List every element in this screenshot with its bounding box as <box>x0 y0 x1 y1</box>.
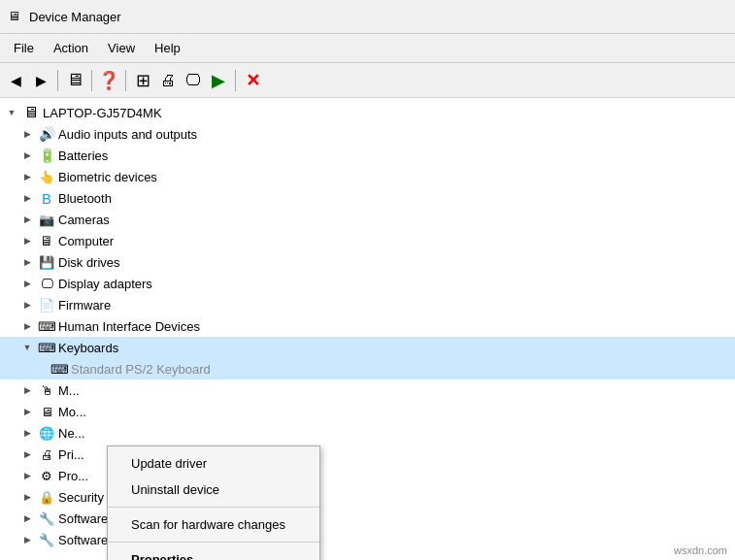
tree-item-sw-components-arrow[interactable]: ▶ <box>19 511 35 526</box>
toolbar-sep-2 <box>91 70 92 91</box>
tree-item-biometric-label: Biometric devices <box>58 170 157 184</box>
toolbar-plug[interactable]: ▶ <box>207 69 230 92</box>
context-menu-sep-2 <box>108 542 319 543</box>
tree-item-keyboards-label: Keyboards <box>58 341 118 355</box>
context-menu-scan[interactable]: Scan for hardware changes <box>108 511 319 538</box>
tree-item-audio-label: Audio inputs and outputs <box>58 127 197 142</box>
toolbar-grid[interactable]: ⊞ <box>131 69 154 92</box>
tree-item-computer-label: Computer <box>58 234 114 248</box>
tree-item-cameras-label: Cameras <box>58 213 110 227</box>
tree-item-monitors-icon: 🖥 <box>38 403 55 420</box>
context-menu-update-driver[interactable]: Update driver <box>108 450 319 477</box>
toolbar-sep-1 <box>57 70 58 91</box>
tree-item-network-icon: 🌐 <box>38 424 55 442</box>
tree-item-sw-components-icon: 🔧 <box>38 510 55 527</box>
tree-item-keyboard-child[interactable]: ⌨ Standard PS/2 Keyboard <box>0 358 735 379</box>
menu-file[interactable]: File <box>4 37 44 59</box>
tree-item-hid-label: Human Interface Devices <box>58 319 200 334</box>
tree-item-mice-icon: 🖱 <box>38 381 55 399</box>
tree-item-batteries[interactable]: ▶ 🔋 Batteries <box>0 145 735 166</box>
tree-item-sw-devices-icon: 🔧 <box>38 531 55 548</box>
tree-item-firmware[interactable]: ▶ 📄 Firmware <box>0 294 735 315</box>
context-menu-properties[interactable]: Properties <box>108 546 319 560</box>
tree-item-bluetooth-arrow[interactable]: ▶ <box>19 190 35 206</box>
tree-item-network-arrow[interactable]: ▶ <box>19 425 35 441</box>
tree-item-display-arrow[interactable]: ▶ <box>19 276 35 291</box>
tree-item-cameras[interactable]: ▶ 📷 Cameras <box>0 209 735 230</box>
context-menu-sep-1 <box>108 507 319 508</box>
tree-item-network[interactable]: ▶ 🌐 Ne... <box>0 422 735 444</box>
tree-item-hid-arrow[interactable]: ▶ <box>19 318 35 334</box>
tree-item-firmware-label: Firmware <box>58 298 111 313</box>
menu-help[interactable]: Help <box>145 37 190 59</box>
toolbar: ◀ ▶ 🖥 ❓ ⊞ 🖨 🖵 ▶ ✕ <box>0 63 735 98</box>
tree-root-icon: 🖥 <box>22 104 40 121</box>
toolbar-help[interactable]: ❓ <box>97 69 120 92</box>
tree-item-mice-arrow[interactable]: ▶ <box>19 382 35 398</box>
tree-item-keyboards-icon: ⌨ <box>38 339 55 356</box>
tree-item-batteries-icon: 🔋 <box>38 147 55 164</box>
toolbar-back[interactable]: ◀ <box>4 69 27 92</box>
tree-item-security-arrow[interactable]: ▶ <box>19 489 35 505</box>
tree-item-print-icon: 🖨 <box>38 445 55 463</box>
tree-item-biometric[interactable]: ▶ 👆 Biometric devices <box>0 166 735 187</box>
tree-item-batteries-label: Batteries <box>58 148 108 163</box>
tree-item-firmware-icon: 📄 <box>38 296 55 313</box>
tree-item-print-label: Pri... <box>58 447 84 462</box>
tree-item-disk[interactable]: ▶ 💾 Disk drives <box>0 251 735 273</box>
toolbar-monitor[interactable]: 🖵 <box>182 69 205 92</box>
title-bar-text: Device Manager <box>29 10 121 24</box>
tree-root[interactable]: ▼ 🖥 LAPTOP-GJ57D4MK <box>0 102 735 123</box>
tree-item-sw-devices-arrow[interactable]: ▶ <box>19 532 35 547</box>
tree-item-cameras-arrow[interactable]: ▶ <box>19 212 35 227</box>
tree-item-disk-label: Disk drives <box>58 255 120 270</box>
tree-item-cameras-icon: 📷 <box>38 211 55 228</box>
tree-item-processors-arrow[interactable]: ▶ <box>19 468 35 483</box>
tree-item-processors-label: Pro... <box>58 469 88 483</box>
tree-item-computer-icon: 🖥 <box>38 232 55 249</box>
tree-item-biometric-arrow[interactable]: ▶ <box>19 169 35 184</box>
tree-item-network-label: Ne... <box>58 426 84 441</box>
menu-bar: File Action View Help <box>0 34 735 63</box>
tree-item-keyboards-arrow[interactable]: ▼ <box>19 340 35 355</box>
toolbar-sep-3 <box>125 70 126 91</box>
tree-item-keyboards[interactable]: ▼ ⌨ Keyboards <box>0 337 735 358</box>
toolbar-computer[interactable]: 🖥 <box>63 69 86 92</box>
main-content: ▼ 🖥 LAPTOP-GJ57D4MK ▶ 🔊 Audio inputs and… <box>0 98 735 560</box>
context-menu-uninstall[interactable]: Uninstall device <box>108 477 319 503</box>
tree-item-security-icon: 🔒 <box>38 488 55 506</box>
tree-item-firmware-arrow[interactable]: ▶ <box>19 297 35 313</box>
tree-item-monitors[interactable]: ▶ 🖥 Mo... <box>0 401 735 422</box>
tree-item-computer-arrow[interactable]: ▶ <box>19 233 35 248</box>
tree-item-computer[interactable]: ▶ 🖥 Computer <box>0 230 735 251</box>
menu-view[interactable]: View <box>98 37 145 59</box>
tree-root-arrow[interactable]: ▼ <box>4 105 19 120</box>
tree-item-keyboard-child-icon: ⌨ <box>50 360 68 378</box>
toolbar-forward[interactable]: ▶ <box>29 69 52 92</box>
tree-item-bluetooth[interactable]: ▶ B Bluetooth <box>0 187 735 209</box>
tree-item-print-arrow[interactable]: ▶ <box>19 446 35 462</box>
tree-item-audio-icon: 🔊 <box>38 125 55 143</box>
tree-root-label: LAPTOP-GJ57D4MK <box>43 106 162 120</box>
tree-item-audio[interactable]: ▶ 🔊 Audio inputs and outputs <box>0 123 735 145</box>
title-bar: 🖥 Device Manager <box>0 0 735 34</box>
watermark: wsxdn.com <box>674 544 727 556</box>
tree-item-monitors-label: Mo... <box>58 405 86 419</box>
toolbar-remove[interactable]: ✕ <box>241 69 264 92</box>
tree-item-hid-icon: ⌨ <box>38 317 55 335</box>
tree-item-audio-arrow[interactable]: ▶ <box>19 126 35 142</box>
tree-item-disk-arrow[interactable]: ▶ <box>19 254 35 270</box>
tree-item-display-icon: 🖵 <box>38 275 55 292</box>
menu-action[interactable]: Action <box>44 37 98 59</box>
toolbar-sep-4 <box>235 70 236 91</box>
tree-item-display-label: Display adapters <box>58 277 152 291</box>
tree-item-monitors-arrow[interactable]: ▶ <box>19 404 35 419</box>
tree-item-processors-icon: ⚙ <box>38 467 55 484</box>
context-menu: Update driver Uninstall device Scan for … <box>107 445 320 560</box>
tree-item-bluetooth-icon: B <box>38 189 55 207</box>
tree-item-batteries-arrow[interactable]: ▶ <box>19 148 35 163</box>
tree-item-mice[interactable]: ▶ 🖱 M... <box>0 379 735 401</box>
tree-item-display[interactable]: ▶ 🖵 Display adapters <box>0 273 735 294</box>
tree-item-hid[interactable]: ▶ ⌨ Human Interface Devices <box>0 315 735 337</box>
toolbar-print[interactable]: 🖨 <box>156 69 180 92</box>
